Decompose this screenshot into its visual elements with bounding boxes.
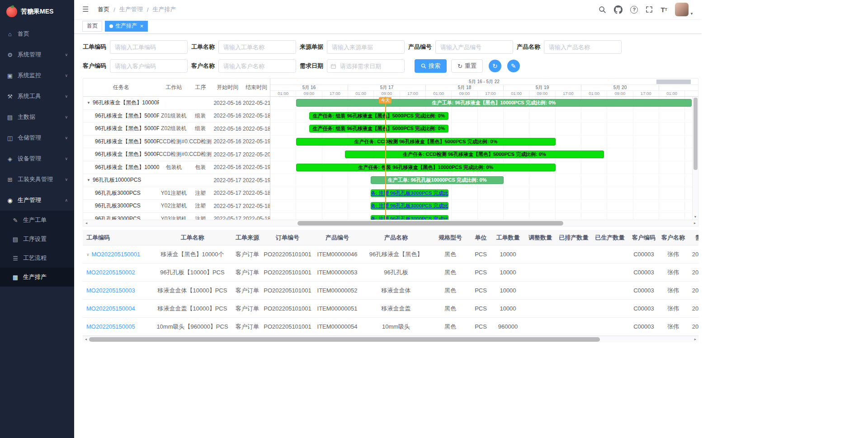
collapse-caret-icon[interactable]: ▼ bbox=[87, 101, 90, 105]
orders-row[interactable]: MO202205150003移液盒盒体【10000】PCS客户订单PO20220… bbox=[83, 282, 698, 300]
sidebar-toggle-icon[interactable]: ☰ bbox=[82, 6, 89, 13]
gantt-bar[interactable]: 生产工单: 96孔孔板10000PCS 完成比例: 0% bbox=[371, 176, 504, 184]
filter-input-customer-code[interactable] bbox=[110, 59, 188, 73]
orders-cell-need_date: 2022-05-20 bbox=[687, 251, 698, 258]
orders-row[interactable]: MO20220515000510mm吸头【960000】PCS客户订单PO202… bbox=[83, 318, 698, 336]
github-icon[interactable] bbox=[614, 5, 623, 14]
sidebar-item-home[interactable]: ⌂ 首页 bbox=[0, 24, 74, 44]
sidebar-subitem-process-setting[interactable]: ▤ 工序设置 bbox=[0, 230, 74, 249]
user-menu[interactable]: ▼ bbox=[675, 3, 693, 16]
doc-edit-icon: ✎ bbox=[12, 217, 19, 224]
gantt-task-row[interactable]: ▼96孔孔板10000PCS 2022-05-17 2022-05-19 bbox=[83, 174, 270, 187]
gantt-bar[interactable]: 生产任务: 注塑 96孔孔板3000PCS 完成比例: 0% bbox=[371, 215, 448, 220]
sidebar-item-system-monitor[interactable]: ▣ 系统监控 ∨ bbox=[0, 65, 74, 86]
gantt-viewport-indicator[interactable] bbox=[656, 80, 691, 84]
filter-input-order-code[interactable] bbox=[110, 40, 188, 54]
breadcrumb-home[interactable]: 首页 bbox=[98, 5, 109, 14]
gantt-bar[interactable]: 生产任务: 组装 96孔移液盒【黑色】5000PCS 完成比例: 0% bbox=[309, 125, 448, 132]
sidebar-item-master-data[interactable]: ▤ 主数据 ∨ bbox=[0, 107, 74, 127]
gantt-task-row[interactable]: 96孔孔板3000PCS Y02注塑机 注塑 2022-05-17 2022-0… bbox=[83, 200, 270, 213]
orders-row[interactable]: MO202205150004移液盒盒盖【10000】PCS客户订单PO20220… bbox=[83, 300, 698, 318]
orders-cell-order_no: PO202205101001 bbox=[263, 251, 312, 258]
gantt-hour-header: 17:00 bbox=[400, 91, 426, 96]
scroll-down-arrow-icon[interactable]: ▼ bbox=[693, 214, 698, 220]
sidebar-subitem-scheduling[interactable]: ▦ 生产排产 bbox=[0, 268, 74, 287]
filter-input-customer-name[interactable] bbox=[218, 59, 296, 73]
app-logo[interactable]: 苦糖果MES bbox=[0, 0, 74, 24]
breadcrumb-scheduling[interactable]: 生产排产 bbox=[153, 5, 176, 14]
orders-hscroll-thumb[interactable] bbox=[89, 337, 600, 342]
reset-button-label: 重置 bbox=[465, 62, 476, 70]
orders-col-header: 产品编号 bbox=[312, 234, 362, 242]
filter-input-product-name[interactable] bbox=[544, 40, 622, 54]
help-icon[interactable]: ? bbox=[630, 6, 638, 14]
filter-field-order-name: 工单名称 bbox=[191, 40, 300, 54]
workorder-link[interactable]: MO202205150004 bbox=[86, 305, 135, 312]
row-expand-icon[interactable]: ∨ bbox=[86, 252, 90, 257]
tab-scheduling[interactable]: 生产排产× bbox=[105, 21, 148, 32]
avatar[interactable] bbox=[675, 3, 689, 16]
orders-cell-product_no: ITEM00000053 bbox=[312, 269, 362, 276]
refresh-schedule-button[interactable]: ↻ bbox=[489, 60, 501, 72]
gantt-task-row[interactable]: 96孔移液盒【黑色】5000PCS Z01组装机 组装 2022-05-16 2… bbox=[83, 110, 270, 123]
tab-home[interactable]: 首页 bbox=[82, 21, 102, 32]
breadcrumb-production[interactable]: 生产管理 bbox=[119, 5, 143, 14]
sidebar-subitem-work-order[interactable]: ✎ 生产工单 bbox=[0, 211, 74, 230]
filter-input-source-doc[interactable] bbox=[327, 40, 405, 54]
gantt-bar[interactable]: 生产任务: CCD检测 96孔移液盒【黑色】5000PCS 完成比例: 0% bbox=[296, 138, 555, 146]
gantt-bar-label: 生产任务: 包装 96孔移液盒【黑色】10000PCS 完成比例: 0% bbox=[359, 164, 494, 171]
gantt-vertical-scrollbar[interactable]: ▼ bbox=[692, 97, 698, 220]
workorder-link[interactable]: MO202205150003 bbox=[86, 287, 135, 294]
gantt-bar[interactable]: 生产任务: 注塑 96孔孔板3000PCS 完成比例: 0% bbox=[371, 189, 448, 197]
gantt-bar[interactable]: 生产任务: 注塑 96孔孔板3000PCS 完成比例: 0% bbox=[371, 202, 448, 210]
sidebar-item-system-tools[interactable]: ⚒ 系统工具 ∨ bbox=[0, 86, 74, 107]
workorder-link[interactable]: MO202205150005 bbox=[86, 323, 135, 330]
scroll-left-arrow-icon[interactable]: ◄ bbox=[83, 220, 90, 226]
gantt-task-row[interactable]: 96孔移液盒【黑色】5000PCS Z02组装机 组装 2022-05-16 2… bbox=[83, 122, 270, 136]
gantt-task-row[interactable]: 96孔移液盒【黑色】5000PCS CCD检测#01 CCD检测 2022-05… bbox=[83, 136, 270, 149]
sidebar-item-fixture-mgmt[interactable]: ⊞ 工装夹具管理 ∨ bbox=[0, 169, 74, 190]
gantt-task-row[interactable]: ▼96孔移液盒【黑色】10000PCS 2022-05-16 2022-05-2… bbox=[83, 97, 270, 110]
gantt-task-table-header: 任务名工作站工序开始时间结束时间 bbox=[83, 79, 270, 97]
font-size-icon[interactable]: TT bbox=[660, 6, 667, 13]
sidebar-item-warehouse-mgmt[interactable]: ◫ 仓储管理 ∨ bbox=[0, 127, 74, 148]
gantt-task-row[interactable]: 96孔孔板3000PCS Y03注塑机 注塑 2022-05-17 2022-0… bbox=[83, 213, 270, 220]
gantt-bar[interactable]: 生产任务: 包装 96孔移液盒【黑色】10000PCS 完成比例: 0% bbox=[296, 164, 555, 171]
orders-cell-need_date: 2022-05-20 bbox=[687, 305, 698, 312]
workorder-link[interactable]: MO202205150001 bbox=[92, 251, 141, 258]
gantt-task-row[interactable]: 96孔移液盒【黑色】5000PCS CCD检测#02 CCD检测 2022-05… bbox=[83, 148, 270, 161]
reset-button[interactable]: ↻ 重置 bbox=[451, 59, 483, 73]
gantt-task-row[interactable]: 96孔孔板3000PCS Y01注塑机 注塑 2022-05-17 2022-0… bbox=[83, 187, 270, 200]
gantt-task-row[interactable]: 96孔移液盒【黑色】10000PCS 包装机 包装 2022-05-16 202… bbox=[83, 161, 270, 174]
workorder-link[interactable]: MO202205150002 bbox=[86, 269, 135, 276]
fullscreen-icon[interactable] bbox=[646, 6, 653, 13]
scroll-right-arrow-icon[interactable]: ► bbox=[692, 220, 698, 226]
close-icon[interactable]: × bbox=[140, 24, 143, 29]
task-station: Z01组装机 bbox=[159, 112, 189, 120]
filter-input-order-name[interactable] bbox=[218, 40, 296, 54]
gantt-bar[interactable]: 生产任务: CCD检测 96孔移液盒【黑色】5000PCS 完成比例: 0% bbox=[345, 151, 604, 158]
filter-input-product-no[interactable] bbox=[435, 40, 513, 54]
orders-row[interactable]: ∨MO202205150001移液盒【黑色】10000个客户订单PO202205… bbox=[83, 245, 698, 264]
scroll-right-arrow-icon[interactable]: ► bbox=[692, 336, 698, 343]
gantt-bar[interactable]: 生产任务: 组装 96孔移液盒【黑色】5000PCS 完成比例: 0% bbox=[309, 112, 448, 120]
orders-horizontal-scrollbar[interactable]: ◄ ► bbox=[83, 336, 698, 342]
filter-input-need-date[interactable] bbox=[327, 59, 405, 73]
scroll-left-arrow-icon[interactable]: ◄ bbox=[83, 336, 89, 343]
sidebar-item-production-mgmt[interactable]: ◉ 生产管理 ∧ bbox=[0, 190, 74, 211]
orders-cell-cust_code: C00003 bbox=[628, 305, 660, 312]
gantt-horizontal-scrollbar[interactable]: ◄ ► bbox=[83, 220, 698, 226]
orders-row[interactable]: MO20220515000296孔孔板【10000】PCS客户订单PO20220… bbox=[83, 264, 698, 282]
gantt-hscroll-thumb[interactable] bbox=[297, 221, 563, 226]
gantt-bar[interactable]: 生产工单: 96孔移液盒【黑色】10000PCS 完成比例: 0% bbox=[296, 99, 691, 107]
edit-schedule-button[interactable]: ✎ bbox=[507, 60, 520, 72]
tab-label: 首页 bbox=[87, 23, 98, 30]
collapse-caret-icon[interactable]: ▼ bbox=[87, 178, 90, 182]
filter-row-2: 客户编码 客户名称 需求日期 搜索 ↻ 重置 ↻ ✎ bbox=[83, 59, 702, 73]
sidebar-item-system-mgmt[interactable]: ⚙ 系统管理 ∨ bbox=[0, 44, 74, 65]
gantt-vscroll-thumb[interactable] bbox=[693, 98, 698, 170]
sidebar-subitem-process-flow[interactable]: ☰ 工艺流程 bbox=[0, 249, 74, 268]
search-button[interactable]: 搜索 bbox=[415, 59, 447, 73]
sidebar-item-device-mgmt[interactable]: ◈ 设备管理 ∨ bbox=[0, 148, 74, 169]
search-icon[interactable] bbox=[599, 6, 606, 14]
